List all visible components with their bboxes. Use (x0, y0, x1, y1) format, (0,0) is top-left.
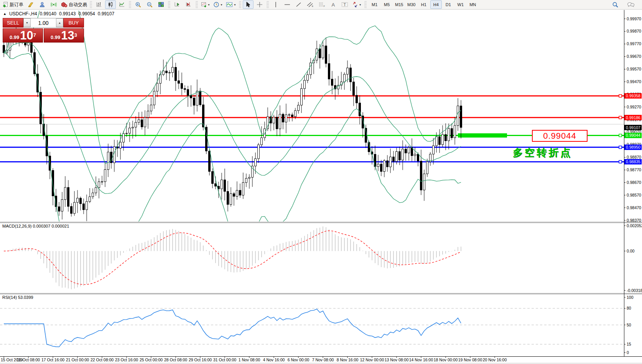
new-order-button[interactable]: 新订单 (1, 0, 25, 9)
sell-price-small: 0.99 (10, 34, 19, 41)
chevron-down-icon: ▼ (220, 3, 223, 6)
macd-pane (4, 226, 461, 289)
buy-button[interactable]: BUY (63, 18, 84, 28)
volume-decrease-button[interactable]: ▼ (23, 18, 31, 27)
candlesticks (3, 10, 462, 277)
volume-increase-button[interactable]: ▲ (56, 18, 63, 27)
svg-text:0.98770: 0.98770 (627, 167, 641, 172)
autotrading-label: 自动交易 (69, 2, 87, 8)
timeframe-m1-button[interactable]: M1 (369, 0, 380, 9)
new-chart-button[interactable]: ▼ (199, 0, 211, 9)
bar-chart-icon (96, 2, 102, 8)
trendline-button[interactable] (293, 0, 304, 9)
zoom-in-button[interactable] (133, 0, 143, 9)
volume-input[interactable]: 1.00 (31, 18, 56, 27)
sell-price-quote[interactable]: 0.99 10 7 (3, 28, 43, 43)
turning-point-label: 多空转折点 (513, 146, 572, 159)
svg-text:T: T (343, 2, 346, 7)
clock-icon (213, 2, 219, 8)
svg-text:25 Oct 00:00: 25 Oct 00:00 (140, 357, 163, 362)
price-chart-canvas[interactable]: 0.999700.998700.997700.996700.995700.994… (0, 10, 642, 364)
toolbar-grip (364, 1, 367, 8)
timeframe-w1-button[interactable]: W1 (455, 0, 466, 9)
autotrading-button[interactable]: 自动交易 (60, 0, 88, 9)
svg-text:15: 15 (627, 342, 631, 346)
buy-price-quote[interactable]: 0.99 13 3 (44, 28, 84, 43)
svg-text:0.99107: 0.99107 (626, 125, 640, 130)
community-icon (39, 2, 45, 8)
timeframe-m5-button[interactable]: M5 (381, 0, 393, 9)
metaeditor-icon (28, 2, 34, 8)
fibonacci-button[interactable]: F (316, 0, 327, 9)
auto-scroll-button[interactable] (172, 0, 183, 9)
chart-area[interactable]: 0.999700.998700.997700.996700.995700.994… (0, 10, 642, 364)
svg-text:13 Nov 08:00: 13 Nov 08:00 (385, 357, 409, 362)
toolbar-grip (239, 1, 241, 8)
indicators-button[interactable]: ▼ (225, 0, 237, 9)
timeframe-h1-button[interactable]: H1 (418, 0, 430, 9)
text-label-button[interactable]: T (339, 0, 350, 9)
svg-text:20 Nov 16:00: 20 Nov 16:00 (483, 357, 507, 362)
line-chart-icon (119, 2, 125, 8)
sell-button[interactable]: SELL (3, 18, 23, 28)
chevron-down-icon: ▼ (207, 3, 210, 6)
bar-chart-button[interactable] (94, 0, 104, 9)
vertical-line-button[interactable] (270, 0, 281, 9)
bar-close-value: 0.99107 (98, 11, 114, 16)
auto-scroll-icon (174, 2, 180, 8)
search-button[interactable] (610, 0, 621, 9)
macd-indicator-label: MACD(12,26,9) 0.000307 0.000021 (2, 224, 69, 228)
metaeditor-button[interactable] (25, 0, 36, 9)
svg-text:0.98835: 0.98835 (626, 159, 640, 164)
svg-text:100: 100 (627, 295, 634, 300)
periods-button[interactable]: ▼ (212, 0, 224, 9)
text-button[interactable]: A (328, 0, 339, 9)
timeframe-group: M1M5M15M30H1H4D1W1MN (369, 0, 479, 9)
svg-text:17 Oct 16:00: 17 Oct 16:00 (41, 357, 64, 362)
autotrading-icon (61, 2, 67, 8)
timeframe-m15-button[interactable]: M15 (393, 0, 405, 9)
svg-text:21 Oct 00:00: 21 Oct 00:00 (66, 357, 89, 362)
svg-text:0.002052: 0.002052 (627, 223, 642, 228)
rsi-indicator-label: RSI(14) 53.0399 (2, 295, 33, 300)
trendline-icon (296, 2, 302, 8)
equidistant-channel-button[interactable]: E (305, 0, 316, 9)
mt4-window: 新订单 自动交易 (0, 0, 642, 364)
text-label-icon: T (341, 2, 348, 8)
svg-text:4 Nov 16:00: 4 Nov 16:00 (263, 357, 285, 362)
bar-high-value: 0.99143 (59, 11, 76, 16)
timeframe-m30-button[interactable]: M30 (406, 0, 417, 9)
community-button[interactable] (37, 0, 48, 9)
timeframe-mn-button[interactable]: MN (467, 0, 479, 9)
rsi-pane (0, 308, 624, 347)
collapse-arrow-icon[interactable]: ▲ (3, 12, 7, 16)
tile-windows-button[interactable] (156, 0, 166, 9)
zoom-out-icon (147, 2, 153, 8)
svg-text:7 Nov 08:00: 7 Nov 08:00 (312, 357, 334, 362)
horizontal-line-button[interactable] (282, 0, 293, 9)
timeframe-d1-button[interactable]: D1 (443, 0, 454, 9)
chat-button[interactable] (626, 0, 636, 9)
svg-text:E: E (312, 5, 313, 7)
cursor-button[interactable] (243, 0, 254, 9)
chart-shift-button[interactable] (183, 0, 194, 9)
signals-button[interactable] (48, 0, 59, 9)
pivot-price-callout: 0.99044 (532, 130, 588, 142)
candlestick-chart-button[interactable] (105, 0, 116, 9)
timeframe-h4-button[interactable]: H4 (430, 0, 442, 9)
search-icon (612, 2, 619, 8)
svg-text:31 Oct 00:00: 31 Oct 00:00 (213, 357, 236, 362)
arrows-button[interactable]: ▼ (351, 0, 363, 9)
toolbar-grip (90, 1, 92, 8)
line-chart-button[interactable] (117, 0, 127, 9)
crosshair-button[interactable] (254, 0, 265, 9)
svg-text:0.99186: 0.99186 (626, 115, 640, 120)
svg-text:0.99770: 0.99770 (627, 41, 641, 46)
svg-text:0.99670: 0.99670 (627, 54, 641, 59)
cursor-icon (245, 2, 251, 8)
svg-text:0.99270: 0.99270 (627, 105, 641, 109)
new-order-icon (2, 2, 8, 8)
zoom-out-button[interactable] (144, 0, 155, 9)
chart-ohlc-header: ▲ USDCHF-,H4 0.99140 0.99143 0.99054 0.9… (3, 11, 114, 16)
candlestick-chart-icon (107, 2, 114, 8)
